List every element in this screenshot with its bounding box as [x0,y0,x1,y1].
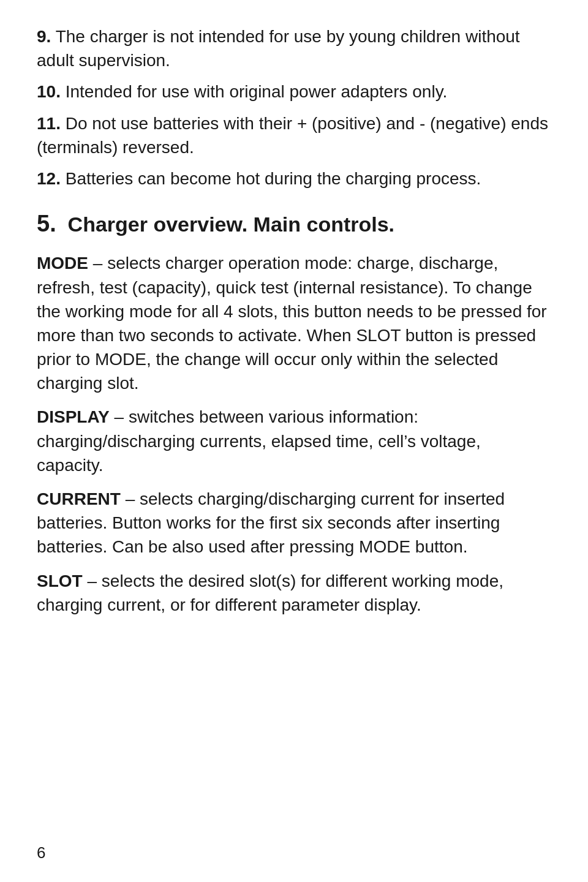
paragraph-mode: MODE – selects charger operation mode: c… [37,251,551,395]
list-item-9: 9. The charger is not intended for use b… [37,24,551,72]
item-11-number: 11. [37,114,61,133]
page-number: 6 [37,842,45,864]
paragraph-current: CURRENT – selects charging/discharging c… [37,487,551,559]
paragraph-slot-text: – selects the desired slot(s) for differ… [37,571,503,614]
section-title: Charger overview. Main controls. [68,213,394,236]
list-item-11: 11. Do not use batteries with their + (p… [37,111,551,159]
item-11-text: Do not use batteries with their + (posit… [37,114,548,157]
paragraph-mode-text: – selects charger operation mode: charge… [37,254,547,393]
item-12-text: Batteries can become hot during the char… [66,169,481,188]
item-10-number: 10. [37,82,61,101]
section-number: 5. [37,211,56,236]
list-item-12: 12. Batteries can become hot during the … [37,167,551,190]
term-slot: SLOT [37,571,83,590]
item-10-text: Intended for use with original power ada… [66,82,448,101]
item-9-text: The charger is not intended for use by y… [37,27,520,70]
term-display: DISPLAY [37,407,110,426]
paragraph-display: DISPLAY – switches between various infor… [37,405,551,477]
list-item-10: 10. Intended for use with original power… [37,80,551,104]
item-9-number: 9. [37,27,51,46]
term-mode: MODE [37,254,88,273]
term-current: CURRENT [37,489,121,508]
page-container: 9. The charger is not intended for use b… [0,0,588,676]
section-heading: 5. Charger overview. Main controls. [37,208,551,240]
paragraph-slot: SLOT – selects the desired slot(s) for d… [37,569,551,617]
item-12-number: 12. [37,169,61,188]
